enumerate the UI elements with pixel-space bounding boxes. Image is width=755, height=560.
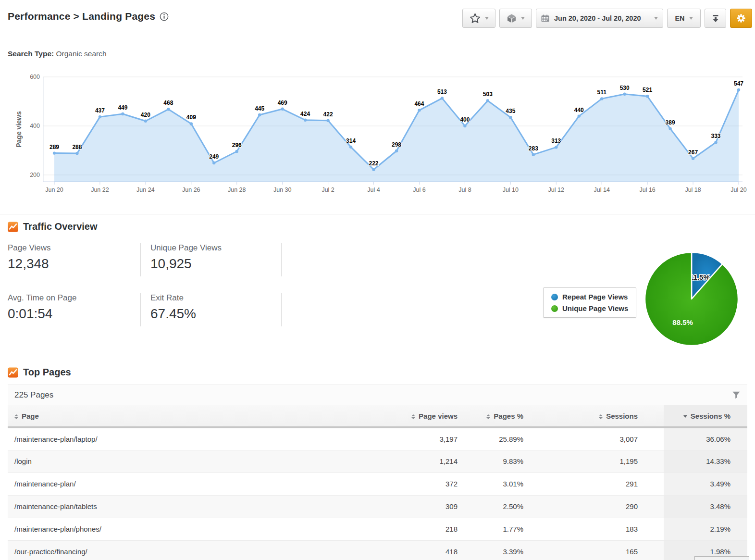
legend-label: Repeat Page Views	[562, 293, 628, 301]
metric-label: Page Views	[8, 243, 50, 253]
cell-value: 25.89%	[465, 427, 531, 450]
metric-value: 67.45%	[150, 306, 196, 322]
svg-text:Jul 14: Jul 14	[594, 187, 610, 193]
svg-text:Jul 6: Jul 6	[413, 187, 425, 193]
pie-chart-legend: Repeat Page Views Unique Page Views	[543, 287, 636, 318]
svg-text:Jul 20: Jul 20	[730, 187, 746, 193]
cell-page[interactable]: /login	[8, 450, 380, 473]
pie-label: 11.5%	[690, 273, 710, 281]
cell-value: 291	[531, 473, 664, 495]
svg-text:Jun 20: Jun 20	[45, 187, 63, 193]
cell-value: 9.83%	[465, 450, 531, 473]
column-divider	[140, 243, 141, 276]
metric-exit-rate: Exit Rate 67.45%	[150, 293, 196, 322]
svg-text:Jun 26: Jun 26	[182, 187, 200, 193]
table-row[interactable]: /our-practice/financing/4183.39%1651.98%	[8, 540, 747, 560]
language-button[interactable]: EN	[667, 9, 701, 28]
column-divider	[281, 293, 282, 326]
svg-text:Jun 30: Jun 30	[273, 187, 292, 193]
cell-value: 165	[531, 540, 664, 560]
table-header-row: PagePage viewsPages %SessionsSessions %	[8, 405, 747, 427]
svg-text:530: 530	[620, 85, 630, 91]
svg-text:249: 249	[209, 153, 219, 160]
star-icon	[470, 13, 481, 24]
legend-item-unique-page-views[interactable]: Unique Page Views	[551, 304, 628, 312]
cell-page[interactable]: /maintenance-plan/phones/	[8, 518, 380, 540]
column-header-sessions[interactable]: Sessions	[531, 405, 664, 427]
metric-avg-time-on-page: Avg. Time on Page 0:01:54	[8, 293, 76, 322]
download-icon	[711, 14, 720, 23]
line-chart-icon	[8, 222, 18, 232]
line-chart-icon	[8, 367, 18, 378]
svg-text:314: 314	[346, 137, 356, 144]
search-type: Search Type: Organic search	[8, 50, 107, 58]
table-row[interactable]: /maintenance-plan/laptop/3,19725.89%3,00…	[8, 427, 747, 450]
svg-text:Jun 28: Jun 28	[228, 187, 246, 193]
date-range-button[interactable]: Jun 20, 2020 - Jul 20, 2020	[536, 9, 663, 28]
column-header-page-views[interactable]: Page views	[380, 405, 465, 427]
svg-text:313: 313	[551, 137, 561, 144]
svg-text:288: 288	[72, 144, 82, 150]
svg-text:445: 445	[255, 105, 264, 112]
cell-value: 1,195	[531, 450, 664, 473]
cell-page[interactable]: /maintenance-plan/	[8, 473, 380, 495]
table-row[interactable]: /login1,2149.83%1,19514.33%	[8, 450, 747, 473]
svg-text:424: 424	[300, 111, 310, 117]
metric-label: Avg. Time on Page	[8, 293, 76, 303]
metric-value: 10,925	[150, 256, 222, 272]
funnel-icon[interactable]	[732, 391, 741, 399]
search-type-label: Search Type:	[8, 50, 54, 58]
legend-swatch-green	[551, 305, 558, 312]
cell-page[interactable]: /maintenance-plan/tablets	[8, 495, 380, 518]
cell-value: 418	[380, 540, 465, 560]
cell-page[interactable]: /maintenance-plan/laptop/	[8, 427, 380, 450]
svg-text:511: 511	[597, 89, 607, 96]
svg-text:Jun 24: Jun 24	[136, 187, 155, 193]
metric-value: 12,348	[8, 256, 50, 272]
table-row[interactable]: /maintenance-plan/3723.01%2913.49%	[8, 473, 747, 495]
svg-text:547: 547	[734, 80, 743, 87]
cell-value: 372	[380, 473, 465, 495]
column-header-page[interactable]: Page	[8, 405, 380, 427]
table-row[interactable]: /maintenance-plan/phones/2181.77%1832.19…	[8, 518, 747, 540]
info-icon[interactable]	[160, 12, 169, 21]
svg-text:Jul 12: Jul 12	[548, 187, 564, 193]
date-range-label: Jun 20, 2020 - Jul 20, 2020	[554, 14, 641, 22]
favorites-button[interactable]	[462, 9, 495, 28]
pie-slice-unique-page-views[interactable]	[645, 252, 738, 346]
language-label: EN	[675, 14, 684, 22]
cell-value: 3.01%	[465, 473, 531, 495]
svg-text:513: 513	[437, 88, 447, 95]
chevron-down-icon	[521, 17, 525, 20]
metric-label: Unique Page Views	[150, 243, 222, 253]
cell-value: 14.33%	[664, 450, 747, 473]
svg-text:503: 503	[483, 91, 493, 98]
sort-icon	[683, 415, 687, 418]
svg-text:400: 400	[30, 123, 40, 129]
cell-value: 3,007	[531, 427, 664, 450]
download-button[interactable]	[705, 9, 726, 28]
svg-text:283: 283	[529, 145, 538, 152]
toolbar: Jun 20, 2020 - Jul 20, 2020 EN	[462, 9, 752, 28]
page-title: Performance > Landing Pages	[8, 11, 155, 22]
legend-item-repeat-page-views[interactable]: Repeat Page Views	[551, 293, 628, 301]
settings-button[interactable]	[730, 9, 752, 28]
page-header: Performance > Landing Pages	[8, 11, 169, 22]
sort-icon	[14, 414, 18, 419]
column-divider	[281, 243, 282, 276]
landing-pages-report: Performance > Landing Pages	[0, 0, 755, 560]
table-row[interactable]: /maintenance-plan/tablets3092.50%2903.48…	[8, 495, 747, 518]
pageviews-pie-chart[interactable]: 11.5%88.5%	[644, 249, 742, 351]
column-header-pages-[interactable]: Pages %	[465, 405, 531, 427]
modules-button[interactable]	[499, 9, 532, 28]
sort-icon	[486, 414, 490, 419]
svg-text:267: 267	[688, 149, 698, 156]
cell-page[interactable]: /our-practice/financing/	[8, 540, 380, 560]
top-pages-heading: Top Pages	[8, 367, 71, 378]
svg-text:Jul 4: Jul 4	[367, 187, 380, 193]
svg-text:222: 222	[369, 160, 379, 167]
chevron-down-icon	[485, 17, 489, 20]
cell-value: 218	[380, 518, 465, 540]
cell-value: 3.48%	[664, 495, 747, 518]
column-header-sessions-[interactable]: Sessions %	[664, 405, 747, 427]
